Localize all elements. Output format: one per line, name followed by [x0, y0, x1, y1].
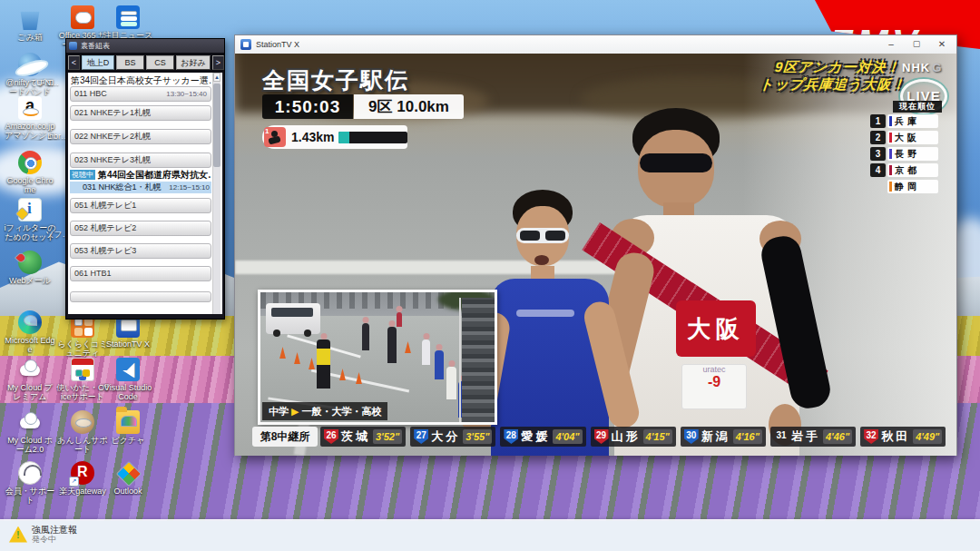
- guide-scrollbar[interactable]: ▲: [212, 73, 220, 314]
- channel-row[interactable]: 061 HTB1: [70, 266, 211, 281]
- tab-terrestrial[interactable]: 地上D: [82, 55, 114, 70]
- checkpoint-time: 4'16": [733, 429, 762, 444]
- tab-next-button[interactable]: >: [212, 55, 224, 70]
- standings-row: 2 大阪: [870, 131, 938, 144]
- checkpoint-time: 4'46": [823, 429, 852, 444]
- chrome-icon: [18, 151, 42, 174]
- standing-name-box: 長野: [887, 147, 938, 161]
- desktop-icon-support[interactable]: 会員・サポート: [4, 461, 56, 505]
- icon-label: My Cloud プレミアム: [4, 383, 56, 401]
- channel-time: 12:15~15:10: [169, 182, 211, 193]
- icon-label: StationTV X: [102, 339, 154, 349]
- scrollbar-thumb[interactable]: [213, 84, 220, 167]
- checkpoint-item: 28愛媛4'04": [500, 427, 585, 447]
- icon-label: Google Chrome: [4, 176, 56, 194]
- tab-bs[interactable]: BS: [116, 55, 144, 70]
- tab-favorite[interactable]: お好み: [176, 55, 211, 70]
- leg-info-overlay: 9区 10.0km: [354, 94, 464, 119]
- distance-value: 1.43km: [291, 130, 334, 144]
- channel-row[interactable]: 022 NHKEテレ2札幌: [70, 129, 211, 144]
- pip-fence: [459, 298, 461, 422]
- watching-program-row[interactable]: 視聴中 第44回全国都道府県対抗女…: [70, 169, 211, 181]
- rakuten-icon: [71, 461, 94, 485]
- icon-label: Outlook: [102, 487, 154, 496]
- standing-rank: 4: [870, 163, 886, 177]
- icon-label: 会員・サポート: [4, 487, 56, 505]
- pip-label-left: 中学: [269, 406, 289, 417]
- program-title[interactable]: 第34回全日本高校女子サッカー選…: [71, 74, 211, 87]
- amazon-icon: [18, 96, 42, 120]
- pip-official: [362, 323, 369, 350]
- desktop-icon-pictures[interactable]: ピクチャ: [102, 410, 154, 445]
- headset-icon: [18, 461, 42, 485]
- lens: [545, 231, 565, 241]
- standing-rank: 1: [870, 114, 886, 128]
- tab-prev-button[interactable]: <: [68, 55, 80, 70]
- edge-icon: [18, 310, 42, 334]
- desktop-icon-edge[interactable]: Microsoft Edge: [4, 310, 56, 354]
- stationtv-window-title: StationTV X: [256, 40, 299, 49]
- channel-name: 031 NHK総合1・札幌: [83, 182, 162, 193]
- scroll-up-arrow[interactable]: ▲: [213, 73, 220, 82]
- headline-line2: トップ兵庫追う大阪！: [759, 76, 906, 93]
- checkpoint-prefecture: 茨城: [341, 428, 370, 445]
- minimize-button[interactable]: –: [878, 35, 904, 54]
- checkpoint-prefecture: 岩手: [791, 428, 820, 445]
- desktop-icon-chrome[interactable]: Google Chrome: [4, 151, 56, 194]
- channel-row[interactable]: 051 札幌テレビ1: [70, 198, 211, 213]
- runner-bib: uratec -9: [681, 364, 747, 409]
- nhk-g-text: G: [932, 61, 942, 74]
- desktop-icon-webmail[interactable]: Webメール: [4, 251, 56, 285]
- checkpoint-item: 27大分3'55": [410, 427, 495, 447]
- pip-window: 中学▶一般・大学・高校: [258, 290, 497, 425]
- channel-row[interactable]: 053 札幌テレビ3: [70, 243, 211, 259]
- arrow-icon: ▶: [291, 406, 299, 417]
- team-badge: 29: [594, 429, 609, 444]
- icon-label: ピクチャ: [102, 436, 154, 445]
- team-badge: 30: [684, 429, 699, 444]
- checkpoint-label: 第8中継所: [252, 427, 318, 447]
- tv-video-area[interactable]: 大阪 uratec -9 全国女子駅伝 1:50:0: [235, 54, 956, 456]
- alert-title: 強風注意報: [32, 525, 77, 535]
- runner-sunglasses-white: [516, 228, 569, 243]
- taskbar: 強風注意報 発令中 検索 ^ A 14:20 2026/01/11: [0, 519, 980, 551]
- channel-row[interactable]: 023 NHKEテレ3札幌: [70, 153, 211, 168]
- jersey-logo-strip: [516, 310, 574, 317]
- desktop-icon-mycloud-premium[interactable]: My Cloud プレミアム: [4, 358, 56, 401]
- bib-sponsor: uratec: [682, 365, 746, 374]
- pip-van: [266, 303, 320, 334]
- desktop-icon-outlook[interactable]: Outlook: [102, 461, 154, 496]
- pip-crowd: [462, 298, 495, 422]
- channel-row[interactable]: 021 NHKEテレ1札幌: [70, 105, 211, 121]
- team-badge: 31: [774, 429, 789, 444]
- recycle-bin-icon: [18, 7, 42, 31]
- howto-guide-icon: [71, 358, 94, 381]
- progress-bar: [338, 132, 407, 143]
- stationtv-window: StationTV X – ▢ ✕ 大阪 uratec -9: [234, 34, 957, 456]
- desktop-icon-nifty[interactable]: @niftyでブロードバンド: [4, 53, 56, 96]
- standing-name-box: 静岡: [887, 180, 938, 193]
- pip-official: [317, 339, 330, 389]
- nifty-planet-icon: [18, 53, 42, 76]
- desktop-icon-mycloud-home[interactable]: My Cloud ホーム2.0: [4, 410, 56, 454]
- stationtv-titlebar[interactable]: StationTV X – ▢ ✕: [235, 35, 956, 54]
- channel-row-partial[interactable]: [70, 291, 211, 302]
- guide-channel-list: 第34回全日本高校女子サッカー選… 011 HBC13:30~15:40 021…: [68, 73, 222, 314]
- guide-window-titlebar[interactable]: 裏番組表: [66, 39, 224, 53]
- icon-label: Visual Studio Code: [102, 383, 154, 401]
- channel-row[interactable]: 011 HBC13:30~15:40: [70, 86, 211, 102]
- prefecture-color-bar: [889, 116, 892, 126]
- event-title-overlay: 全国女子駅伝: [262, 65, 409, 95]
- close-button[interactable]: ✕: [929, 35, 955, 54]
- desktop-icon-recycle-bin[interactable]: ごみ箱: [4, 7, 56, 42]
- checkpoint-prefecture: 秋田: [881, 428, 910, 445]
- standing-rank: 2: [870, 131, 886, 144]
- maximize-button[interactable]: ▢: [904, 35, 929, 54]
- desktop-icon-vscode[interactable]: Visual Studio Code: [102, 358, 154, 401]
- pip-label-right: 一般・大学・高校: [301, 406, 381, 417]
- channel-row[interactable]: 052 札幌テレビ2: [70, 221, 211, 236]
- office-diamonds-icon: [116, 461, 140, 485]
- selected-channel-row[interactable]: 031 NHK総合1・札幌12:15~15:10: [70, 182, 211, 193]
- tab-cs[interactable]: CS: [146, 55, 174, 70]
- weather-alert-widget[interactable]: 強風注意報 発令中: [4, 523, 83, 546]
